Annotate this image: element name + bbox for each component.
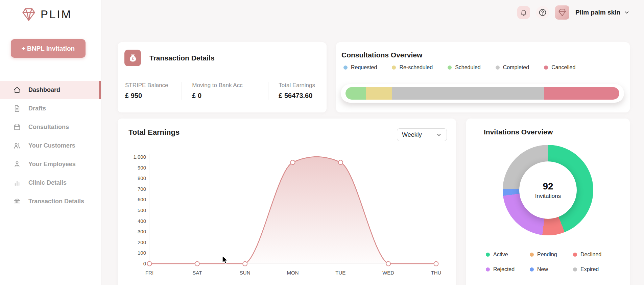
svg-text:MON: MON (287, 270, 299, 276)
stat-label: Moving to Bank Acc (192, 82, 261, 89)
header-actions: Plim palm skin (517, 5, 630, 20)
legend-label: Active (493, 252, 508, 258)
stat-moving-to-bank-acc: Moving to Bank Acc£ 0 (182, 82, 268, 100)
consultations-legend: RequestedRe-scheduledScheduledCompletedC… (343, 64, 575, 71)
consultations-overview-card: Consultations Overview RequestedRe-sched… (336, 42, 630, 112)
transaction-details-card: £ Transaction Details STRIPE Balance£ 95… (118, 42, 327, 112)
bank-icon (13, 198, 21, 206)
legend-label: New (537, 266, 548, 273)
svg-text:400: 400 (138, 218, 146, 224)
svg-text:900: 900 (138, 165, 146, 171)
bar-segment-completed (392, 87, 544, 100)
legend-label: Pending (537, 252, 557, 258)
money-bag-icon: £ (124, 50, 141, 66)
legend-re-scheduled: Re-scheduled (392, 64, 433, 71)
earnings-range-dropdown[interactable]: Weekly (397, 128, 447, 141)
invitations-overview-card: Invitations Overview 92 Invitations Acti… (466, 119, 630, 285)
stat-total-earnings: Total Earnings£ 56473.60 (268, 82, 322, 100)
legend-cancelled: Cancelled (544, 64, 575, 71)
sidebar-item-drafts[interactable]: Drafts (0, 99, 101, 118)
stat-label: Total Earnings (279, 82, 315, 89)
legend-dot (573, 253, 577, 257)
home-icon (13, 86, 21, 94)
invitations-donut-center: 92 Invitations (519, 161, 577, 219)
main-content: Plim palm skin £ Transaction Details STR… (101, 0, 644, 285)
calendar-icon (13, 123, 21, 131)
legend-completed: Completed (496, 64, 529, 71)
bar-chart-icon (13, 179, 21, 187)
svg-text:SUN: SUN (240, 270, 251, 276)
bar-segment-cancelled (544, 87, 619, 100)
sidebar-item-transaction-details[interactable]: Transaction Details (0, 192, 101, 211)
legend-requested: Requested (343, 64, 377, 71)
sidebar-item-label: Transaction Details (28, 198, 84, 205)
sidebar-item-label: Drafts (28, 105, 46, 112)
stat-stripe-balance: STRIPE Balance£ 950 (125, 82, 182, 100)
legend-dot (486, 267, 490, 271)
legend-declined: Declined (573, 252, 601, 258)
help-button[interactable] (536, 6, 549, 19)
legend-dot (343, 66, 348, 70)
svg-text:200: 200 (138, 239, 146, 245)
legend-label: Completed (503, 64, 529, 71)
invitations-center-label: Invitations (535, 193, 561, 200)
sidebar-item-label: Dashboard (28, 86, 60, 94)
sidebar: PLIM + BNPL Invitation DashboardDraftsCo… (0, 0, 101, 285)
transaction-stats: STRIPE Balance£ 950Moving to Bank Acc£ 0… (125, 82, 322, 100)
invitations-total: 92 (543, 181, 553, 192)
sidebar-item-your-employees[interactable]: Your Employees (0, 155, 101, 174)
bar-segment-re-scheduled (366, 87, 392, 100)
stat-value: £ 0 (192, 92, 261, 100)
consultations-card-title: Consultations Overview (341, 51, 422, 59)
legend-dot (392, 66, 396, 70)
sidebar-item-label: Clinic Details (28, 179, 67, 186)
legend-dot (573, 267, 577, 271)
legend-dot (496, 66, 500, 70)
document-icon (13, 105, 21, 113)
sidebar-item-your-customers[interactable]: Your Customers (0, 136, 101, 155)
legend-dot (530, 267, 534, 271)
legend-new: New (530, 266, 573, 273)
consultations-progress-wrap (341, 84, 624, 103)
sidebar-item-dashboard[interactable]: Dashboard (0, 81, 101, 99)
svg-text:£: £ (132, 57, 134, 61)
sidebar-item-clinic-details[interactable]: Clinic Details (0, 174, 101, 192)
sidebar-nav: DashboardDraftsConsultationsYour Custome… (0, 81, 101, 211)
legend-label: Cancelled (551, 64, 575, 71)
logo-text: PLIM (41, 8, 72, 21)
legend-label: Expired (580, 266, 599, 273)
legend-expired: Expired (573, 266, 601, 273)
bell-icon (520, 9, 527, 16)
earnings-card-title: Total Earnings (128, 128, 180, 137)
legend-active: Active (486, 252, 530, 258)
svg-text:FRI: FRI (145, 270, 153, 276)
legend-label: Declined (580, 252, 601, 258)
svg-text:WED: WED (382, 270, 394, 276)
legend-label: Re-scheduled (399, 64, 433, 71)
question-icon (538, 8, 547, 17)
legend-label: Rejected (493, 266, 515, 273)
svg-text:0: 0 (143, 261, 146, 266)
header-divider (118, 29, 630, 29)
logo: PLIM (21, 7, 72, 22)
svg-text:800: 800 (138, 175, 146, 181)
notifications-button[interactable] (517, 6, 530, 19)
stat-label: STRIPE Balance (125, 82, 175, 89)
legend-dot (544, 66, 548, 70)
legend-dot (448, 66, 452, 70)
invitations-card-title: Invitations Overview (484, 128, 553, 136)
total-earnings-card: Total Earnings Weekly 010020030040050060… (118, 119, 456, 285)
stat-value: £ 56473.60 (279, 92, 315, 100)
svg-text:1,000: 1,000 (133, 154, 146, 160)
legend-rejected: Rejected (486, 266, 530, 273)
svg-text:300: 300 (138, 229, 146, 234)
plim-gem-icon (21, 7, 37, 22)
chevron-down-icon (436, 132, 442, 138)
account-menu[interactable]: Plim palm skin (575, 9, 630, 16)
svg-text:700: 700 (138, 186, 146, 192)
bnpl-invitation-button[interactable]: + BNPL Invitation (11, 39, 86, 58)
sidebar-item-label: Your Customers (28, 142, 75, 149)
avatar[interactable] (555, 5, 569, 20)
svg-text:500: 500 (138, 207, 146, 213)
sidebar-item-consultations[interactable]: Consultations (0, 118, 101, 136)
